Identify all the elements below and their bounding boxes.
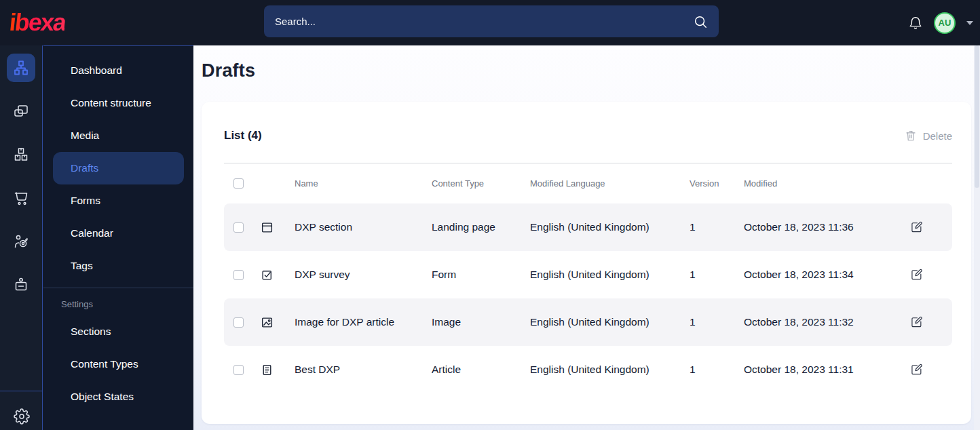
cell-version: 1: [690, 316, 744, 328]
row-checkbox[interactable]: [233, 365, 244, 375]
cell-version: 1: [690, 364, 744, 376]
sidebar-item-drafts[interactable]: Drafts: [53, 152, 184, 184]
cell-modified: October 18, 2023 11:32: [744, 316, 903, 328]
edit-icon: [910, 315, 924, 329]
global-search: [264, 5, 719, 37]
edit-icon: [910, 268, 924, 281]
edit-button[interactable]: [910, 363, 924, 376]
gear-icon: [14, 408, 30, 425]
rail-item-commerce[interactable]: [7, 184, 35, 212]
cell-name: DXP section: [295, 221, 432, 233]
user-avatar[interactable]: AU: [934, 12, 956, 34]
table-row: DXP survey Form English (United Kingdom)…: [224, 251, 952, 298]
search-input[interactable]: [275, 16, 693, 27]
list-count-title: List (4): [224, 129, 262, 142]
rail-item-content[interactable]: [7, 54, 35, 82]
article-icon: [261, 364, 274, 376]
cell-content-type: Landing page: [432, 221, 530, 233]
cell-modified: October 18, 2023 11:36: [744, 221, 903, 233]
cell-name: Best DXP: [295, 364, 432, 376]
sitemap-icon: [13, 60, 29, 76]
product-boxes-icon: [13, 146, 29, 163]
edit-icon: [910, 363, 924, 376]
top-bar: ibexa AU: [0, 0, 980, 45]
image-icon: [261, 316, 274, 329]
landing-page-icon: [261, 221, 274, 234]
main-content: Drafts List (4) Delete: [193, 45, 975, 430]
shopping-cart-icon: [13, 190, 29, 206]
cell-language: English (United Kingdom): [530, 269, 690, 281]
table-row: DXP section Landing page English (United…: [224, 203, 952, 251]
col-content-type: Content Type: [432, 178, 530, 189]
row-checkbox[interactable]: [233, 317, 244, 328]
form-icon: [261, 269, 274, 281]
rail-item-products[interactable]: [7, 140, 35, 169]
sidebar-item-content-types[interactable]: Content Types: [53, 348, 184, 380]
rail-item-personalization[interactable]: [7, 227, 35, 256]
row-checkbox[interactable]: [233, 270, 244, 280]
rail-divider: [0, 391, 43, 391]
sidebar-item-sections[interactable]: Sections: [53, 315, 184, 348]
cell-modified: October 18, 2023 11:34: [744, 269, 903, 281]
sidebar-item-media[interactable]: Media: [53, 119, 184, 152]
sidebar-item-object-states[interactable]: Object States: [53, 380, 184, 413]
col-modified-language: Modified Language: [530, 178, 690, 189]
cell-content-type: Article: [432, 364, 530, 376]
rail-item-settings[interactable]: [0, 408, 43, 425]
menu-divider: [43, 288, 193, 288]
notifications-bell-icon[interactable]: [908, 16, 923, 31]
sidebar-item-dashboard[interactable]: Dashboard: [53, 54, 184, 87]
cell-version: 1: [690, 269, 744, 281]
cell-version: 1: [690, 221, 744, 233]
topbar-right: AU: [908, 0, 973, 45]
audience-target-icon: [13, 233, 29, 250]
sidebar-menu: Dashboard Content structure Media Drafts…: [43, 45, 193, 430]
col-modified: Modified: [744, 178, 903, 189]
page-scrollbar: [974, 45, 980, 430]
id-badge-icon: [13, 277, 29, 293]
edit-button[interactable]: [910, 315, 924, 329]
delete-button-label: Delete: [923, 130, 952, 142]
rail-item-admin[interactable]: [7, 271, 35, 299]
cell-modified: October 18, 2023 11:31: [744, 364, 903, 376]
app-root: ibexa AU: [0, 0, 980, 430]
ibexa-logo: ibexa: [8, 8, 67, 37]
sidebar-item-calendar[interactable]: Calendar: [53, 217, 184, 250]
cell-name: DXP survey: [295, 269, 432, 281]
row-checkbox[interactable]: [233, 222, 244, 233]
drafts-list-card: List (4) Delete Name: [202, 102, 971, 424]
sidebar-item-tags[interactable]: Tags: [53, 250, 184, 282]
cell-content-type: Image: [432, 316, 530, 328]
table-row: Best DXP Article English (United Kingdom…: [224, 346, 952, 393]
sidebar-icon-rail: [0, 45, 43, 430]
sidebar-item-forms[interactable]: Forms: [53, 184, 184, 217]
drafts-table: Name Content Type Modified Language Vers…: [224, 163, 952, 393]
user-menu-chevron-down-icon[interactable]: [966, 21, 973, 25]
cell-language: English (United Kingdom): [530, 364, 690, 376]
search-icon[interactable]: [693, 14, 708, 29]
settings-section-label: Settings: [43, 292, 193, 315]
delete-button[interactable]: Delete: [905, 130, 952, 142]
trash-icon: [905, 130, 917, 142]
table-header-row: Name Content Type Modified Language Vers…: [224, 163, 952, 203]
col-version: Version: [690, 178, 744, 189]
cell-name: Image for DXP article: [295, 316, 432, 328]
sidebar-item-content-structure[interactable]: Content structure: [53, 87, 184, 119]
edit-icon: [910, 220, 924, 234]
list-header: List (4) Delete: [224, 122, 952, 149]
cell-language: English (United Kingdom): [530, 316, 690, 328]
col-name: Name: [295, 178, 432, 189]
page-title: Drafts: [202, 60, 255, 81]
table-row: Image for DXP article Image English (Uni…: [224, 298, 952, 346]
cell-language: English (United Kingdom): [530, 221, 690, 233]
scrollbar-thumb[interactable]: [975, 45, 979, 188]
select-all-checkbox[interactable]: [233, 178, 244, 189]
rail-item-pages[interactable]: [7, 97, 35, 125]
cell-content-type: Form: [432, 269, 530, 281]
edit-button[interactable]: [910, 220, 924, 234]
pages-icon: [13, 103, 29, 119]
edit-button[interactable]: [910, 268, 924, 281]
